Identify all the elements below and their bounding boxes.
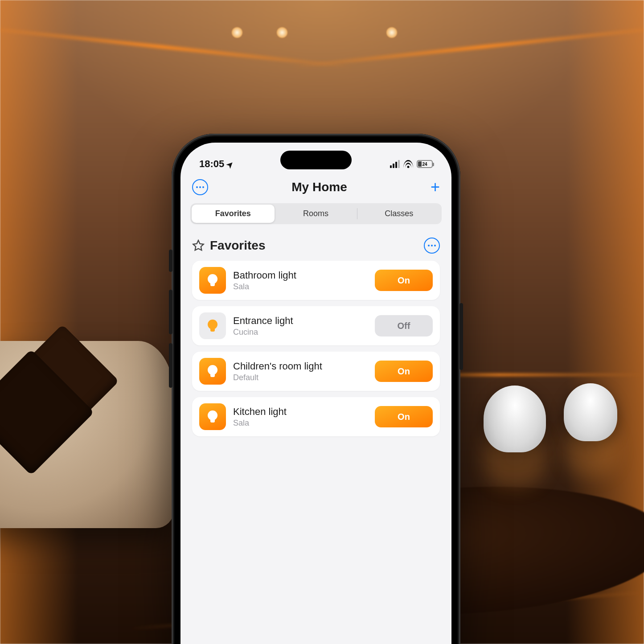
tab-rooms[interactable]: Rooms [275,205,357,223]
device-name: Children's room light [233,361,368,372]
device-toggle-button[interactable]: Off [375,315,433,336]
phone-side-button [459,303,463,370]
device-name: Entrance light [233,315,368,327]
device-card[interactable]: Entrance light Cucina Off [192,306,440,345]
device-name: Kitchen light [233,406,368,418]
device-state-label: On [398,275,410,286]
lightbulb-icon [199,358,226,385]
device-state-label: On [398,412,410,422]
device-list: Bathroom light Sala On Entrance light Cu… [192,261,440,436]
decor-spotlight [386,27,397,38]
device-toggle-button[interactable]: On [375,361,433,382]
device-toggle-button[interactable]: On [375,406,433,427]
lightbulb-icon [199,403,226,430]
section-options-button[interactable] [424,238,440,254]
ellipsis-icon [428,245,436,246]
wifi-icon [403,160,413,168]
phone-side-button [169,290,172,334]
lightbulb-icon [199,312,226,339]
section-header: Favorites [192,238,440,254]
device-card[interactable]: Children's room light Default On [192,352,440,391]
add-button[interactable]: + [431,182,440,192]
tab-label: Classes [385,209,413,218]
device-info: Bathroom light Sala [233,270,368,291]
device-card[interactable]: Kitchen light Sala On [192,397,440,436]
device-state-label: Off [398,321,410,331]
tab-label: Favorites [215,209,251,218]
tab-favorites[interactable]: Favorites [192,205,275,223]
svg-marker-0 [193,240,203,250]
device-info: Entrance light Cucina [233,315,368,337]
tab-label: Rooms [303,209,328,218]
device-room: Default [233,373,368,382]
phone-side-button [169,343,172,388]
status-left: 18:05 [199,158,234,170]
device-room: Sala [233,282,368,291]
view-tabs: Favorites Rooms Classes [190,203,442,224]
status-right: 24 [390,160,433,168]
device-name: Bathroom light [233,270,368,281]
phone-screen: 18:05 24 My Home + Favorites [180,143,451,644]
device-info: Children's room light Default [233,361,368,382]
device-room: Sala [233,418,368,428]
decor-stool [564,383,617,441]
device-room: Cucina [233,328,368,337]
device-toggle-button[interactable]: On [375,270,433,291]
battery-icon: 24 [417,160,433,168]
phone-frame: 18:05 24 My Home + Favorites [172,134,460,644]
section-title: Favorites [210,238,266,253]
device-state-label: On [398,366,410,377]
app-header: My Home + [180,175,451,201]
phone-notch [280,151,352,169]
page-title: My Home [291,180,347,194]
status-time: 18:05 [199,158,224,170]
favorites-section: Favorites Bathroom light Sala On [180,224,451,436]
phone-side-button [169,250,172,272]
battery-level: 24 [422,162,427,167]
tab-classes[interactable]: Classes [357,205,440,223]
ellipsis-icon [196,186,204,188]
lightbulb-icon [199,267,226,294]
location-icon [227,158,234,170]
cellular-icon [390,160,400,168]
decor-spotlight [232,27,242,38]
star-icon [192,239,205,252]
device-info: Kitchen light Sala [233,406,368,428]
decor-spotlight [277,27,287,38]
decor-stool [484,386,546,452]
home-options-button[interactable] [192,179,208,195]
device-card[interactable]: Bathroom light Sala On [192,261,440,300]
